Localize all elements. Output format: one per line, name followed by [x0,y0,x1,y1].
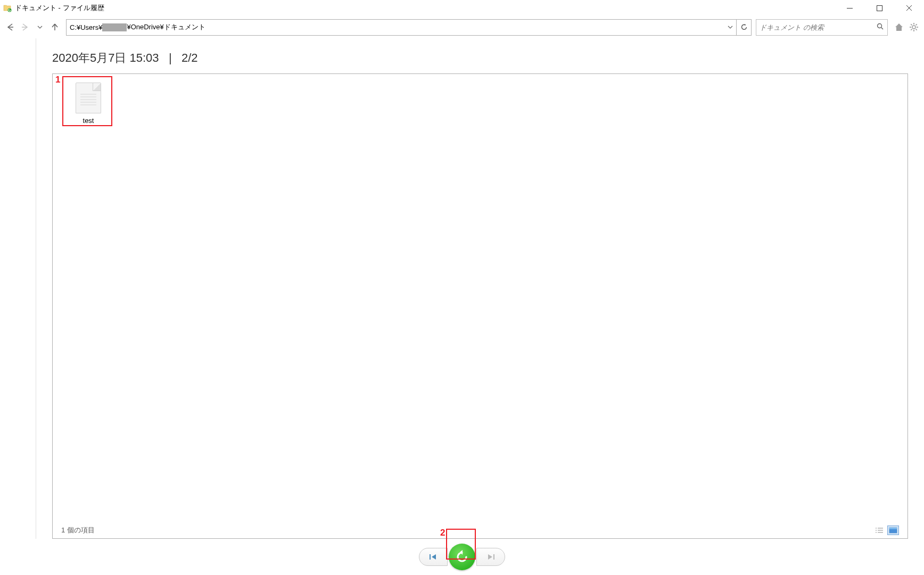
toolbar: C:¥Users¥¥OneDrive¥ドキュメント [0,16,924,38]
address-bar[interactable]: C:¥Users¥¥OneDrive¥ドキュメント [66,19,737,36]
search-input[interactable] [760,23,877,31]
address-path-suffix: ¥OneDrive¥ドキュメント [127,22,205,32]
titlebar: ドキュメント - ファイル履歴 [0,0,924,16]
svg-point-9 [912,26,915,29]
file-icon [76,83,101,113]
previous-version-button[interactable] [419,548,448,566]
icons-view-button[interactable] [887,525,899,535]
svg-line-14 [911,24,912,25]
maximize-button[interactable] [864,0,894,16]
forward-button[interactable] [18,20,32,34]
svg-point-7 [878,23,882,28]
item-count: 1 個の項目 [61,525,95,535]
window-title: ドキュメント - ファイル履歴 [15,3,104,13]
app-icon [3,4,12,12]
svg-line-16 [911,29,912,30]
window-controls [835,0,924,16]
annotation-label-2: 2 [440,528,445,538]
search-icon[interactable] [877,23,884,32]
home-button[interactable] [892,20,906,34]
redacted-username [102,23,127,31]
version-datetime: 2020年5月7日 15:03 [52,51,159,64]
close-button[interactable] [894,0,924,16]
chevron-down-icon[interactable] [728,23,733,31]
annotation-box-2 [446,529,476,560]
svg-line-8 [881,27,884,29]
refresh-button[interactable] [737,19,752,36]
navigation-bar: 2 [0,539,924,575]
recent-dropdown[interactable] [33,20,47,34]
minimize-button[interactable] [835,0,864,16]
restore-wrap: 2 [448,544,476,570]
svg-rect-2 [877,5,882,11]
address-path-prefix: C:¥Users¥ [70,23,102,31]
annotation-label-1: 1 [55,75,60,85]
status-bar: 1 個の項目 [61,525,899,535]
next-version-button[interactable] [476,548,505,566]
svg-rect-25 [889,528,897,529]
details-view-button[interactable] [873,525,885,535]
file-list[interactable]: 1 test 1 個の項目 [52,73,908,539]
header-separator: | [169,51,172,64]
main-pane: 2020年5月7日 15:03 | 2/2 1 test 1 個の項目 [36,38,924,539]
content-area: 2020年5月7日 15:03 | 2/2 1 test 1 個の項目 [0,38,924,539]
svg-line-17 [916,24,917,25]
navigation-pane[interactable] [0,38,36,539]
version-header: 2020年5月7日 15:03 | 2/2 [52,38,908,73]
svg-line-15 [916,29,917,30]
search-box[interactable] [756,19,888,36]
address-bar-wrap: C:¥Users¥¥OneDrive¥ドキュメント [66,19,752,36]
back-button[interactable] [3,20,17,34]
version-page: 2/2 [182,51,198,64]
up-button[interactable] [48,20,62,34]
gear-icon[interactable] [907,20,921,34]
